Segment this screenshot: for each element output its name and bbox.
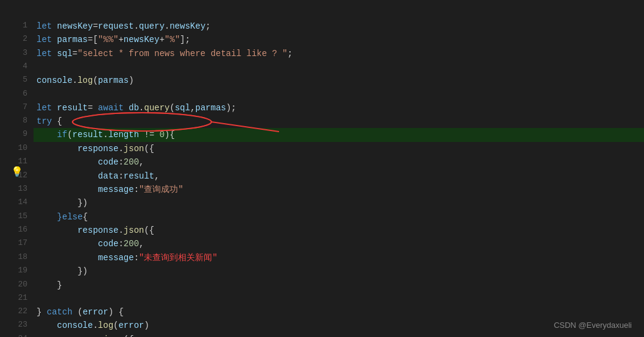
code-line: 18 message:"未查询到相关新闻" xyxy=(0,251,644,264)
token: "查询成功" xyxy=(139,185,183,194)
token xyxy=(37,157,98,167)
line-number: 23 xyxy=(0,319,34,332)
token: } xyxy=(57,280,62,290)
token: , xyxy=(139,157,144,167)
token: json xyxy=(124,225,144,235)
token: . xyxy=(118,144,123,154)
token: newsKey xyxy=(124,35,160,44)
code-line: 9 if(result.length != 0){ xyxy=(0,128,644,141)
line-code: data:result, xyxy=(34,169,644,183)
token: : xyxy=(134,253,139,263)
token: + xyxy=(118,35,123,44)
token: . xyxy=(118,225,123,235)
token xyxy=(37,239,98,249)
token: ); xyxy=(226,103,236,113)
token: ; xyxy=(205,21,210,31)
token: ({ xyxy=(124,335,134,337)
token: ( xyxy=(77,307,82,317)
token: : xyxy=(134,185,139,194)
token: response xyxy=(77,225,118,235)
line-code: code:200, xyxy=(34,237,644,250)
token: }else xyxy=(57,212,83,222)
line-number: 2 xyxy=(0,33,34,46)
token: , xyxy=(190,103,195,113)
token: . xyxy=(98,335,103,337)
token: let xyxy=(37,49,57,59)
line-number: 5 xyxy=(0,74,34,87)
token: console xyxy=(57,321,93,330)
token: "%%" xyxy=(98,35,119,44)
code-line: 3let sql="select * from news where detai… xyxy=(0,47,644,60)
token: "select * from news where detail like ? … xyxy=(77,49,287,59)
token: try xyxy=(37,116,57,126)
token: json xyxy=(124,144,144,154)
code-line: 8try { xyxy=(0,115,644,128)
token xyxy=(37,130,57,140)
token: : xyxy=(118,157,123,167)
line-number: 24 xyxy=(0,333,34,337)
code-line: 14 }) xyxy=(0,196,644,210)
token xyxy=(37,171,98,181)
line-code: message:"未查询到相关新闻" xyxy=(34,251,644,264)
token: : xyxy=(118,171,123,181)
code-line: 5console.log(parmas) xyxy=(0,74,644,87)
line-number: 8 xyxy=(0,115,34,127)
token: ; xyxy=(288,49,292,59)
token: parmas xyxy=(57,35,88,44)
line-number: 16 xyxy=(0,224,34,236)
token: ( xyxy=(170,103,175,113)
line-number: 9 xyxy=(0,128,34,141)
token: let xyxy=(37,21,57,31)
line-number: 18 xyxy=(0,251,34,264)
line-number: 15 xyxy=(0,210,34,223)
token: data xyxy=(98,171,119,181)
token: . xyxy=(93,321,97,330)
line-code: } catch (error) { xyxy=(34,305,644,319)
line-number: 19 xyxy=(0,264,34,277)
token: response xyxy=(77,144,118,154)
token: ) xyxy=(129,76,133,85)
line-code: response.json({ xyxy=(34,142,644,155)
token: result xyxy=(124,171,154,181)
line-code: }) xyxy=(34,264,644,278)
token: let xyxy=(37,103,57,113)
token: parmas xyxy=(98,76,129,85)
token: if xyxy=(57,130,68,140)
token: + xyxy=(160,35,165,44)
token: 200 xyxy=(124,157,139,167)
code-editor: 1let newsKey=request.query.newsKey;2let … xyxy=(0,0,644,337)
token: "未查询到相关新闻" xyxy=(139,253,218,263)
line-number: 17 xyxy=(0,237,34,250)
code-line: 24 response.json({ xyxy=(0,333,644,337)
line-code: try { xyxy=(34,115,644,128)
token: 0 xyxy=(160,130,165,140)
token: = xyxy=(73,49,77,59)
token: ) { xyxy=(108,307,124,317)
line-number: 13 xyxy=(0,183,34,196)
line-code: } xyxy=(34,278,644,292)
token: ({ xyxy=(144,144,154,154)
token: db xyxy=(129,103,139,113)
code-line: 23 console.log(error) xyxy=(0,319,644,332)
line-number: 22 xyxy=(0,305,34,318)
line-code: }) xyxy=(34,196,644,210)
line-number: 20 xyxy=(0,278,34,291)
token: message xyxy=(98,253,134,263)
token: response xyxy=(57,335,98,337)
token: newsKey xyxy=(169,21,205,31)
token: query xyxy=(144,103,169,113)
code-line: 4 xyxy=(0,60,644,74)
code-line: 16 response.json({ xyxy=(0,224,644,237)
token xyxy=(37,185,98,194)
code-line xyxy=(0,6,644,20)
token: code xyxy=(98,239,119,249)
token: sql xyxy=(175,103,190,113)
line-code: let newsKey=request.query.newsKey; xyxy=(34,20,644,33)
token: request xyxy=(98,21,134,31)
code-line: 17 code:200, xyxy=(0,237,644,250)
line-code: response.json({ xyxy=(34,333,644,337)
token xyxy=(37,212,57,222)
line-code: response.json({ xyxy=(34,224,644,237)
token: catch xyxy=(47,307,77,317)
token: error xyxy=(118,321,144,330)
